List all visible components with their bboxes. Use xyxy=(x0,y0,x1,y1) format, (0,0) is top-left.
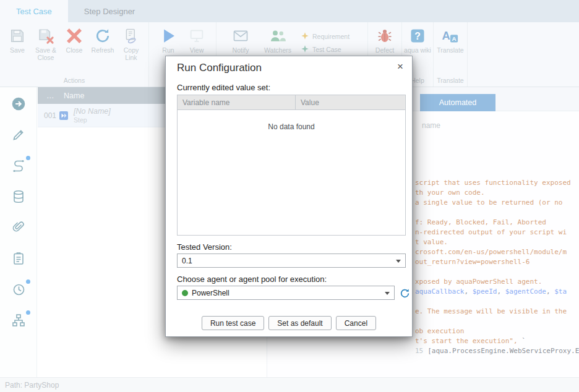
agent-value: PowerShell xyxy=(192,289,229,297)
agent-label: Choose agent or agent pool for execution… xyxy=(177,275,327,284)
set-as-default-button[interactable]: Set as default xyxy=(268,316,331,330)
value-set-label: Currently edited value set: xyxy=(177,83,270,92)
tested-version-label: Tested Version: xyxy=(177,242,232,252)
empty-table-message: No data found xyxy=(178,110,405,131)
chevron-down-icon xyxy=(385,292,390,295)
refresh-icon xyxy=(400,288,410,299)
refresh-agents-button[interactable] xyxy=(399,288,410,299)
chevron-down-icon xyxy=(396,260,401,263)
dialog-title: Run Configuration xyxy=(177,62,262,74)
tested-version-value: 0.1 xyxy=(182,257,192,265)
cancel-button[interactable]: Cancel xyxy=(336,316,376,330)
run-test-case-button[interactable]: Run test case xyxy=(202,316,264,330)
agent-dropdown[interactable]: PowerShell xyxy=(177,286,395,300)
run-configuration-dialog: Run Configuration × Currently edited val… xyxy=(165,56,413,337)
dialog-button-row: Run test case Set as default Cancel xyxy=(166,316,412,330)
tested-version-dropdown[interactable]: 0.1 xyxy=(177,254,406,268)
value-set-table: Variable name Value No data found xyxy=(177,95,406,236)
value-set-table-header: Variable name Value xyxy=(178,95,405,110)
dialog-close-button[interactable]: × xyxy=(393,60,407,74)
agent-online-icon xyxy=(182,290,188,296)
column-header-value[interactable]: Value xyxy=(295,95,405,109)
column-header-variable-name[interactable]: Variable name xyxy=(178,95,295,109)
